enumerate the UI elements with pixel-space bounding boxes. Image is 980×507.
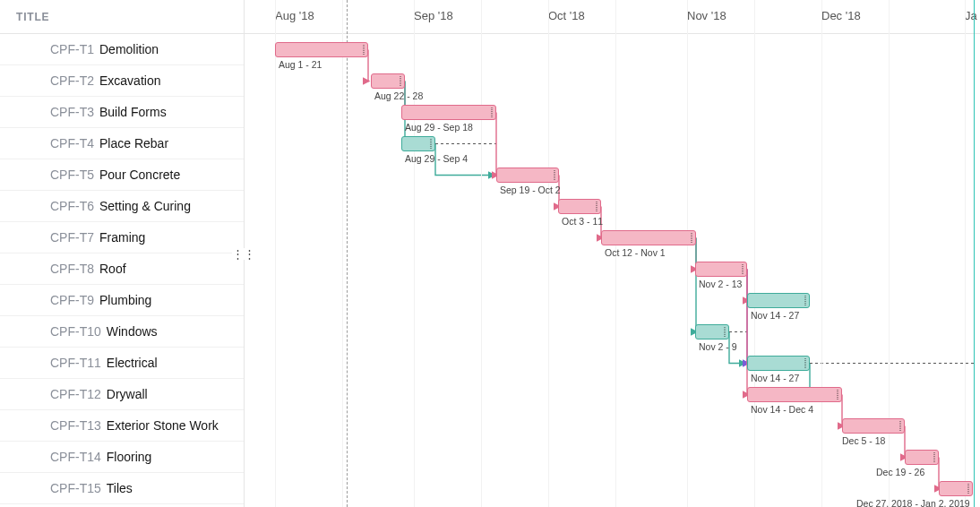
bar-resize-handle[interactable] bbox=[933, 452, 935, 462]
task-row[interactable]: CPF-T14Flooring bbox=[0, 442, 244, 473]
task-row[interactable]: CPF-T9Plumbing bbox=[0, 285, 244, 316]
gantt-bar[interactable] bbox=[939, 481, 973, 496]
task-key: CPF-T12 bbox=[50, 387, 101, 401]
column-header-title[interactable]: TITLE bbox=[0, 0, 244, 34]
month-label: Dec '18 bbox=[821, 9, 861, 22]
bar-resize-handle[interactable] bbox=[491, 107, 493, 117]
bar-resize-handle[interactable] bbox=[967, 484, 969, 494]
task-key: CPF-T2 bbox=[50, 73, 94, 88]
gantt-bar[interactable] bbox=[747, 356, 810, 371]
task-key: CPF-T11 bbox=[50, 356, 101, 370]
task-row[interactable]: CPF-T15Tiles bbox=[0, 473, 244, 504]
gantt-chart[interactable]: Aug '18Sep '18Oct '18Nov '18Dec '18Ja Au… bbox=[245, 0, 980, 507]
task-key: CPF-T3 bbox=[50, 105, 94, 119]
task-row[interactable]: CPF-T11Electrical bbox=[0, 348, 244, 379]
task-key: CPF-T10 bbox=[50, 324, 101, 339]
task-row[interactable]: CPF-T12Drywall bbox=[0, 379, 244, 410]
bar-resize-handle[interactable] bbox=[804, 296, 806, 305]
bar-resize-handle[interactable] bbox=[554, 170, 555, 180]
bar-resize-handle[interactable] bbox=[596, 202, 597, 211]
task-name: Plumbing bbox=[99, 293, 151, 307]
task-name: Pour Concrete bbox=[99, 168, 180, 182]
task-key: CPF-T4 bbox=[50, 136, 94, 150]
task-row[interactable]: CPF-T7Framing bbox=[0, 222, 244, 254]
gantt-bar[interactable] bbox=[401, 105, 496, 120]
task-key: CPF-T8 bbox=[50, 262, 94, 276]
gantt-bar[interactable] bbox=[371, 73, 405, 89]
gantt-bar[interactable] bbox=[275, 42, 368, 57]
task-name: Drywall bbox=[107, 387, 148, 401]
bar-resize-handle[interactable] bbox=[742, 264, 744, 274]
task-key: CPF-T1 bbox=[50, 42, 94, 56]
task-key: CPF-T5 bbox=[50, 168, 94, 182]
task-row[interactable]: CPF-T5Pour Concrete bbox=[0, 159, 244, 191]
month-label: Sep '18 bbox=[414, 9, 453, 22]
bar-resize-handle[interactable] bbox=[400, 76, 401, 86]
task-row[interactable]: CPF-T8Roof bbox=[0, 254, 244, 285]
task-bars bbox=[245, 34, 980, 507]
gantt-bar[interactable] bbox=[601, 230, 696, 245]
bar-resize-handle[interactable] bbox=[837, 390, 838, 400]
task-row[interactable]: CPF-T2Excavation bbox=[0, 65, 244, 97]
gantt-bar[interactable] bbox=[496, 168, 559, 183]
task-key: CPF-T14 bbox=[50, 450, 101, 464]
bar-resize-handle[interactable] bbox=[724, 327, 726, 337]
gantt-bar[interactable] bbox=[842, 418, 905, 434]
gantt-bar[interactable] bbox=[558, 199, 601, 214]
task-name: Exterior Stone Work bbox=[107, 418, 219, 433]
task-row[interactable]: CPF-T6Setting & Curing bbox=[0, 191, 244, 222]
task-name: Build Forms bbox=[99, 105, 167, 119]
bar-resize-handle[interactable] bbox=[363, 45, 365, 55]
task-row[interactable]: CPF-T1Demolition bbox=[0, 34, 244, 65]
task-row[interactable]: CPF-T10Windows bbox=[0, 316, 244, 348]
month-label: Nov '18 bbox=[687, 9, 726, 22]
task-list-sidebar: TITLE CPF-T1DemolitionCPF-T2ExcavationCP… bbox=[0, 0, 245, 507]
bar-resize-handle[interactable] bbox=[430, 139, 432, 149]
task-name: Demolition bbox=[99, 42, 159, 56]
task-name: Electrical bbox=[107, 356, 158, 370]
gantt-bar[interactable] bbox=[905, 450, 939, 465]
task-list: CPF-T1DemolitionCPF-T2ExcavationCPF-T3Bu… bbox=[0, 34, 244, 504]
task-name: Setting & Curing bbox=[99, 199, 191, 213]
task-key: CPF-T6 bbox=[50, 199, 94, 213]
task-name: Flooring bbox=[107, 450, 152, 464]
task-name: Tiles bbox=[107, 481, 133, 495]
column-header-title-label: TITLE bbox=[16, 11, 49, 23]
task-name: Place Rebar bbox=[99, 136, 168, 150]
task-row[interactable]: CPF-T13Exterior Stone Work bbox=[0, 410, 244, 442]
gantt-bar[interactable] bbox=[695, 262, 747, 277]
timeline-header[interactable]: Aug '18Sep '18Oct '18Nov '18Dec '18Ja bbox=[245, 0, 980, 34]
column-resize-handle[interactable]: ⋮⋮ bbox=[237, 0, 250, 507]
month-label: Ja bbox=[965, 9, 977, 22]
month-label: Aug '18 bbox=[275, 9, 314, 22]
bar-resize-handle[interactable] bbox=[691, 233, 692, 243]
gantt-body[interactable]: Aug 1 - 21Aug 22 - 28Aug 29 - Sep 18Aug … bbox=[245, 34, 980, 507]
task-key: CPF-T9 bbox=[50, 293, 94, 307]
task-key: CPF-T13 bbox=[50, 418, 101, 433]
task-key: CPF-T7 bbox=[50, 230, 94, 245]
gantt-bar[interactable] bbox=[401, 136, 435, 151]
gantt-bar[interactable] bbox=[747, 293, 810, 308]
task-name: Windows bbox=[107, 324, 158, 339]
month-label: Oct '18 bbox=[548, 9, 585, 22]
drag-handle-icon: ⋮⋮ bbox=[232, 248, 255, 260]
bar-resize-handle[interactable] bbox=[804, 358, 806, 368]
task-name: Excavation bbox=[99, 73, 160, 88]
task-row[interactable]: CPF-T4Place Rebar bbox=[0, 128, 244, 159]
task-row[interactable]: CPF-T3Build Forms bbox=[0, 97, 244, 128]
task-name: Framing bbox=[99, 230, 145, 245]
task-name: Roof bbox=[99, 262, 126, 276]
bar-resize-handle[interactable] bbox=[899, 421, 901, 431]
task-key: CPF-T15 bbox=[50, 481, 101, 495]
gantt-bar[interactable] bbox=[747, 387, 842, 402]
gantt-bar[interactable] bbox=[695, 324, 729, 339]
